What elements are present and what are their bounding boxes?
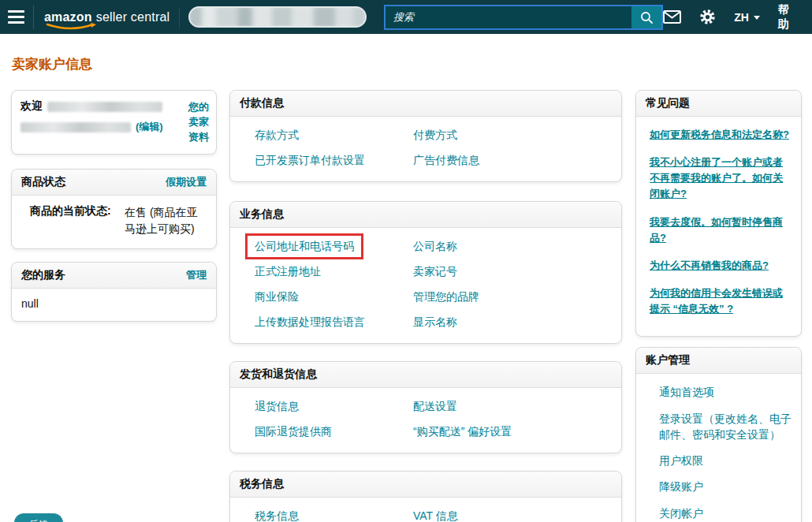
- vat-information-link[interactable]: VAT 信息: [413, 509, 458, 522]
- downgrade-account-link[interactable]: 降级账户: [659, 479, 792, 494]
- advertising-charge-info-link[interactable]: 广告付费信息: [413, 154, 479, 168]
- shipping-returns-title: 发货和退货信息: [240, 367, 317, 382]
- invoiced-order-payment-settings-link[interactable]: 已开发票订单付款设置: [255, 154, 365, 168]
- tax-information-link[interactable]: 税务信息: [255, 509, 299, 522]
- help-link[interactable]: 帮助: [778, 3, 799, 32]
- header-search-bar: [384, 5, 663, 30]
- your-services-card: 您的服务 管理 null: [11, 262, 217, 322]
- redacted-blur: [188, 6, 367, 28]
- business-address-phone-link[interactable]: 公司地址和电话号码: [255, 240, 354, 254]
- language-label: ZH: [734, 11, 749, 24]
- company-name-link[interactable]: 公司名称: [413, 240, 457, 254]
- deposit-methods-link[interactable]: 存款方式: [255, 129, 299, 143]
- login-settings-link[interactable]: 登录设置（更改姓名、电子邮件、密码和安全设置）: [659, 411, 792, 443]
- faq-title: 常见问题: [646, 96, 690, 110]
- close-account-link[interactable]: 关闭帐户: [659, 505, 792, 521]
- faq-close-account-link[interactable]: 我不小心注册了一个账户或者不再需要我的账户了。如何关闭账户?: [650, 155, 792, 202]
- amazon-smile-icon: [46, 23, 99, 31]
- payment-info-title: 付款信息: [240, 96, 284, 110]
- seller-central-logo[interactable]: amazon seller central: [44, 10, 169, 24]
- vacation-settings-link[interactable]: 假期设置: [166, 175, 207, 189]
- welcome-greeting: 欢迎: [20, 99, 43, 114]
- edit-link[interactable]: (编辑): [136, 120, 163, 134]
- business-info-card: 业务信息 公司地址和电话号码 公司名称 正式注册地址 卖家记号 商业保险 管理您…: [229, 201, 622, 344]
- header-divider: [33, 6, 34, 29]
- notification-preferences-link[interactable]: 通知首选项: [659, 384, 792, 400]
- business-info-title: 业务信息: [240, 207, 284, 222]
- manage-services-link[interactable]: 管理: [186, 268, 207, 282]
- page-title: 卖家账户信息: [12, 55, 801, 73]
- listing-status-card: 商品状态 假期设置 商品的当前状态: 在售 (商品在亚马逊上可购买): [11, 169, 217, 249]
- tax-info-card: 税务信息 税务信息 VAT 信息 RFC ID: [229, 471, 622, 522]
- payment-info-card: 付款信息 存款方式 付费方式 已开发票订单付款设置 广告付费信息: [229, 90, 622, 182]
- manage-your-brands-link[interactable]: 管理您的品牌: [413, 290, 479, 304]
- services-value: null: [12, 289, 216, 321]
- search-icon: [639, 10, 654, 24]
- language-selector[interactable]: ZH: [734, 11, 760, 24]
- shipping-returns-card: 发货和退货信息 退货信息 配送设置 国际退货提供商 “购买配送” 偏好设置: [229, 361, 622, 453]
- search-button[interactable]: [631, 6, 661, 28]
- feed-processing-report-language-link[interactable]: 上传数据处理报告语言: [255, 315, 365, 330]
- faq-update-tax-legal-name-link[interactable]: 如何更新税务信息和法定名称?: [650, 127, 792, 143]
- return-info-link[interactable]: 退货信息: [255, 400, 299, 414]
- highlight-red-box: 公司地址和电话号码: [245, 233, 363, 259]
- page-content: 卖家账户信息 欢迎 (编辑) 您的卖家资料: [0, 55, 812, 522]
- gear-icon: [699, 9, 716, 25]
- marketplace-switcher-redacted[interactable]: [188, 6, 367, 28]
- envelope-icon: [663, 10, 681, 24]
- official-registered-address-link[interactable]: 正式注册地址: [255, 265, 321, 279]
- header-actions: ZH 帮助: [663, 3, 812, 32]
- seller-profile-link[interactable]: 您的卖家资料: [179, 99, 209, 144]
- your-services-title: 您的服务: [21, 268, 65, 282]
- account-management-title: 账户管理: [646, 353, 690, 367]
- current-status-label: 商品的当前状态:: [30, 204, 125, 237]
- header-divider: [179, 7, 180, 28]
- redacted-seller-name: [47, 102, 162, 112]
- left-column: 欢迎 (编辑) 您的卖家资料 商品状态 假期设置: [11, 90, 217, 322]
- messages-button[interactable]: [663, 10, 681, 24]
- right-column: 常见问题 如何更新税务信息和法定名称? 我不小心注册了一个账户或者不再需要我的账…: [635, 90, 802, 522]
- account-management-card: 账户管理 通知首选项 登录设置（更改姓名、电子邮件、密码和安全设置） 用户权限 …: [635, 347, 802, 522]
- tax-info-title: 税务信息: [240, 477, 284, 491]
- feedback-button[interactable]: 反馈: [14, 513, 63, 522]
- middle-column: 付款信息 存款方式 付费方式 已开发票订单付款设置 广告付费信息 业务信息 公司…: [229, 90, 622, 522]
- logo-seller-central-text: seller central: [96, 10, 170, 24]
- welcome-card: 欢迎 (编辑) 您的卖家资料: [11, 90, 217, 155]
- buy-shipping-preferences-link[interactable]: “购买配送” 偏好设置: [413, 425, 512, 439]
- charge-methods-link[interactable]: 付费方式: [413, 129, 457, 143]
- faq-credit-card-invalid-link[interactable]: 为何我的信用卡会发生错误或提示 “信息无效” ?: [650, 285, 792, 317]
- redacted-store-name: [20, 122, 131, 132]
- current-status-value: 在售 (商品在亚马逊上可购买): [125, 204, 208, 237]
- search-input[interactable]: [386, 6, 631, 28]
- display-name-link[interactable]: 显示名称: [413, 315, 457, 330]
- chevron-down-icon: [754, 16, 760, 20]
- shipping-settings-link[interactable]: 配送设置: [413, 400, 457, 414]
- business-insurance-link[interactable]: 商业保险: [255, 290, 299, 304]
- user-permissions-link[interactable]: 用户权限: [659, 453, 792, 468]
- international-returns-providers-link[interactable]: 国际退货提供商: [255, 425, 332, 439]
- top-navigation-bar: amazon seller central: [0, 0, 812, 34]
- listing-status-title: 商品状态: [21, 175, 65, 189]
- hamburger-menu-icon[interactable]: [0, 10, 33, 24]
- faq-vacation-pause-listings-link[interactable]: 我要去度假。如何暂时停售商品?: [650, 214, 792, 246]
- faq-card: 常见问题 如何更新税务信息和法定名称? 我不小心注册了一个账户或者不再需要我的账…: [635, 90, 802, 337]
- merchant-token-link[interactable]: 卖家记号: [413, 265, 457, 279]
- settings-button[interactable]: [699, 9, 716, 25]
- faq-why-not-selling-link[interactable]: 为什么不再销售我的商品?: [650, 258, 792, 274]
